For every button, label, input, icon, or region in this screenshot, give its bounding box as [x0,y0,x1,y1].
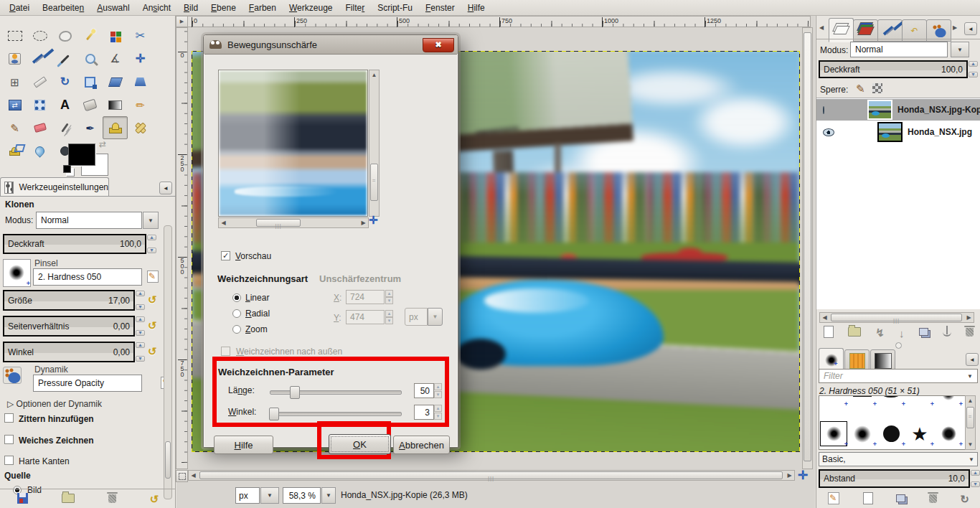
brush-dot-small[interactable]: + [819,395,848,407]
menu-bild[interactable]: Bild [177,1,204,14]
brush-select[interactable]: 2. Hardness 050 [33,268,142,286]
tool-free-select[interactable] [52,24,77,47]
tool-eraser[interactable] [27,116,52,139]
menu-datei[interactable]: Datei [3,1,36,14]
dialog-titlebar[interactable]: Bewegungsunschärfe [204,35,458,55]
tool-pencil[interactable]: ✏ [128,93,153,116]
menu-bearbeiten[interactable]: Bearbeiten [36,1,90,14]
ok-button[interactable]: OK [329,434,391,454]
tool-rect-select[interactable] [2,24,27,47]
menu-farben[interactable]: Farben [242,1,283,14]
tool-perspective[interactable] [128,70,153,93]
tool-ink[interactable]: ✒ [77,116,103,139]
menu-script-fu[interactable]: Script-Fu [371,1,419,14]
layer-visibility-icon[interactable] [823,128,834,136]
tool-rotate[interactable]: ↻ [52,70,77,93]
brush-chalk[interactable]: + [934,420,963,447]
mode-dropdown[interactable]: Normal [36,212,142,229]
tool-airbrush[interactable] [52,116,77,139]
layer-mode-dropdown-arrow[interactable]: ▼ [951,42,969,57]
edit-brush-button[interactable] [147,271,159,283]
tool-fuzzy-select[interactable] [77,24,103,47]
brush-ellipse-flat[interactable]: + [877,395,905,407]
reset-angle-icon[interactable]: ↺ [148,345,157,358]
duplicate-brush-button[interactable] [896,494,905,504]
preview-navigation-icon[interactable]: ✛ [369,214,378,227]
dynamics-icon[interactable] [3,367,22,384]
restore-tool-options-button[interactable] [62,494,75,505]
lower-layer-button[interactable]: ↓ [899,327,905,339]
layer-visibility-icon[interactable] [823,106,824,114]
opacity-spin-buttons[interactable]: ▲▼ [147,234,156,254]
swap-colors-icon[interactable]: ⇄ [99,139,106,149]
menu-ebene[interactable]: Ebene [204,1,242,14]
delete-brush-button[interactable] [929,494,937,505]
brush-tag-select[interactable]: Basic, ▼ [819,452,978,466]
close-icon[interactable]: ✖ [423,38,454,52]
canvas-hscrollbar[interactable]: ◀ ||| ▶ [188,470,795,481]
delete-layer-button[interactable] [966,328,974,339]
reset-aspect-icon[interactable]: ↺ [148,319,157,332]
layer-name[interactable]: Honda_NSX.jpg [908,127,972,137]
brush-block[interactable]: + [848,395,877,407]
radio-zoom[interactable] [232,325,241,334]
size-spin-buttons[interactable]: ▲▼ [136,290,145,311]
vertical-ruler[interactable]: 02 5 05 0 07 5 0 [176,27,188,469]
tool-scissors-select[interactable]: ✂ [128,24,153,47]
brush-fuzzy-small[interactable]: + [934,395,963,407]
mode-dropdown-arrow[interactable]: ▼ [143,212,159,229]
brush-hardness-050[interactable]: + [819,420,848,447]
preview-checkbox[interactable]: ✓ [221,251,230,260]
menu-fenster[interactable]: Fenster [419,1,461,14]
dock-tab-scroll-right[interactable]: ▶ [953,24,957,31]
tool-cage-transform[interactable] [27,93,52,116]
unit-combo-arrow[interactable]: ▼ [260,487,279,504]
jitter-checkbox[interactable] [4,413,14,423]
brush-circle-solid[interactable]: + [877,420,905,447]
ruler-corner-button[interactable]: ▶ [176,16,188,27]
tool-shear[interactable] [103,70,128,93]
brush-line-thin[interactable]: + [905,395,934,407]
layer-row[interactable]: Honda_NSX.jpg-Kopie [816,99,980,121]
layer-mode-dropdown[interactable]: Normal [850,42,948,57]
duplicate-layer-button[interactable] [919,328,928,338]
tool-blur-sharpen[interactable] [27,139,52,162]
lock-pixels-icon[interactable]: ✎ [856,83,865,95]
tool-scale[interactable] [77,70,103,93]
spacing-spin-buttons[interactable]: ▲▼ [971,469,980,488]
raise-layer-button[interactable]: ↯ [875,326,885,339]
preview-vscrollbar[interactable]: ▲ = [369,70,380,217]
preview-hscrollbar[interactable]: ◀ ||| ▶ [218,217,369,228]
menu-ansicht[interactable]: Ansicht [136,1,177,14]
layer-opacity-spin-buttons[interactable]: ▲▼ [969,60,978,78]
layer-thumbnail[interactable] [877,122,903,142]
tool-heal[interactable] [128,116,153,139]
menu-werkzeuge[interactable]: Werkzeuge [283,1,339,14]
brush-filter-input[interactable]: Filter ▼ [819,369,978,383]
tool-select-by-color[interactable] [103,24,128,47]
tool-measure[interactable]: ∡ [103,47,128,70]
tool-foreground-select[interactable] [2,47,27,70]
unit-combo[interactable]: px [235,487,260,504]
tool-align[interactable]: ⊞ [2,70,27,93]
size-slider[interactable]: Größe 17,00 [3,290,135,311]
help-button[interactable]: Hilfe [214,436,273,454]
menu-auswahl[interactable]: Auswahl [90,1,136,14]
filter-dropdown-arrow[interactable]: ▼ [967,373,973,380]
dynamics-options-expander[interactable]: ▷ Optionen der Dynamik [7,399,102,409]
hard-edges-checkbox[interactable] [4,456,14,465]
opacity-slider[interactable]: Deckkraft 100,0 [3,234,146,254]
new-brush-button[interactable] [863,492,873,507]
tool-text[interactable]: A [52,93,77,116]
anchor-layer-button[interactable] [943,328,951,339]
new-layer-button[interactable] [824,326,834,340]
brush-thumbnail[interactable]: + [3,259,31,287]
aspect-ratio-slider[interactable]: Seitenverhältnis 0,00 [3,316,135,337]
canvas-vscrollbar[interactable] [802,27,813,469]
tool-clone[interactable] [103,116,128,139]
layer-row[interactable]: Honda_NSX.jpg [816,121,980,143]
brushes-menu-button[interactable]: ◄ [966,353,979,366]
tool-gradient[interactable] [103,93,128,116]
quick-mask-button[interactable] [176,470,188,482]
angle-spin-buttons[interactable]: ▲▼ [136,342,145,362]
